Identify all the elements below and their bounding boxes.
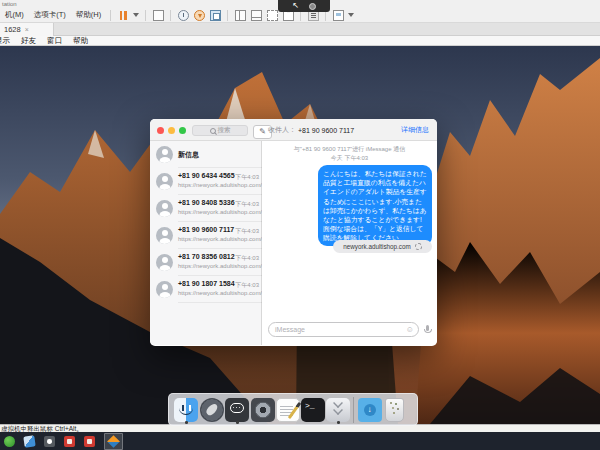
to-value: +81 90 9600 7117 [298,127,354,134]
messages-window: 搜索 ✎ 收件人： +81 90 9600 7117 详细信息 新信息 +81 … [150,119,437,346]
pause-dropdown-caret[interactable] [133,13,139,17]
tab-close-icon[interactable]: × [25,26,29,33]
conversation-title: +81 90 9600 7117 [178,226,234,233]
minimize-window-button[interactable] [168,127,175,134]
menu-help[interactable]: 帮助(H) [71,10,106,20]
conversation-time: 下午4:03 [235,200,259,209]
conversation-time: 下午4:03 [235,227,259,236]
details-link[interactable]: 详细信息 [401,125,429,135]
dock-system-preferences-icon[interactable] [251,398,275,422]
link-preview-bubble[interactable]: newyork.adultishop.com [333,240,432,253]
dock-launchpad-icon[interactable] [200,398,224,422]
favicon-spinner-icon [415,243,422,250]
windows-taskbar [0,432,600,450]
message-thread: 与"+81 90 9600 7117"进行 iMessage 通信 今天 下午4… [262,141,437,345]
toolbar-separator [227,10,228,21]
toolbar-separator [110,10,111,21]
message-input[interactable]: iMessage ☺ [268,322,419,337]
dock [168,393,418,426]
conversation-row[interactable]: +81 90 1807 1584 下午4:03 https://newyork.… [150,276,262,303]
thumbnail-bar-icon[interactable] [251,10,262,21]
message-input-placeholder: iMessage [275,326,305,333]
search-icon [210,128,216,134]
conversation-row[interactable]: +81 90 8408 5336 下午4:03 https://newyork.… [150,195,262,222]
cursor-icon[interactable]: ↖ [292,1,299,11]
avatar [156,254,173,271]
close-window-button[interactable] [157,127,164,134]
red-app-icon-1[interactable] [64,436,75,447]
blue-app-icon[interactable] [23,435,35,447]
zoom-window-button[interactable] [179,127,186,134]
microphone-icon[interactable] [423,325,431,335]
clock-snapshot-icon[interactable] [178,10,189,21]
link-text: newyork.adultishop.com [343,243,411,250]
avatar [156,281,173,298]
menu-vm[interactable]: 机(M) [0,10,29,20]
conversation-title: +81 90 1807 1584 [178,280,235,287]
snapshot-manager-icon[interactable] [210,10,221,21]
red-app-icon-2[interactable] [84,436,95,447]
search-placeholder: 搜索 [218,126,231,135]
record-icon[interactable] [309,3,316,10]
conversation-row-new[interactable]: 新信息 [150,141,262,168]
conversation-title: +81 90 8408 5336 [178,199,235,206]
conversation-title: 新信息 [178,150,199,160]
messages-toolbar: 搜索 ✎ 收件人： +81 90 9600 7117 详细信息 [150,119,437,141]
menu-tabs[interactable]: 选项卡(T) [29,10,71,20]
recipient-header: 收件人： +81 90 9600 7117 详细信息 [268,119,437,141]
outgoing-message-bubble: こんにちは、私たちは保証された品質と工場直販の利点を備えたハイエンドのアダルト製… [318,165,432,246]
display-dropdown-caret[interactable] [348,13,354,17]
dock-separator [353,397,354,423]
dock-messages-icon[interactable] [225,398,249,422]
avatar [156,227,173,244]
capture-toolbar[interactable]: ↖ [278,0,330,12]
revert-snapshot-icon[interactable] [194,10,205,21]
conversation-time: 下午4:03 [235,173,259,182]
conversation-preview: https://newyork.adultishop.com/ [178,290,262,296]
toolbar-separator [170,10,171,21]
conversation-preview: https://newyork.adultishop.com/ [178,182,262,188]
green-app-icon[interactable] [4,436,15,447]
conversation-time: 下午4:03 [235,254,259,263]
finder-running-indicator [185,421,188,424]
status-text: 虚拟机中释出鼠标 Ctrl+Alt。 [1,425,83,432]
avatar [156,173,173,190]
to-label: 收件人： [268,125,296,135]
conversation-time: 下午4:03 [235,281,259,290]
conversation-row[interactable]: +81 70 8356 0812 下午4:03 https://newyork.… [150,249,262,276]
vmware-tabbar: 1628 × [0,23,600,36]
mac-menu-window[interactable]: 窗口 [47,36,62,46]
apple-app-icon[interactable] [44,436,55,447]
dock-downloads-icon[interactable] [358,398,382,422]
installer-running-indicator [337,421,340,424]
fullscreen-icon[interactable] [267,10,278,21]
conversation-preview: https://newyork.adultishop.com/ [178,209,262,215]
row-divider [178,302,262,303]
conversation-title: +81 70 8356 0812 [178,253,235,260]
macos-menubar: 显示 好友 窗口 帮助 [0,36,600,46]
conversation-row[interactable]: +81 90 6434 4565 下午4:03 https://newyork.… [150,168,262,195]
display-settings-icon[interactable] [333,10,344,21]
mac-menu-help[interactable]: 帮助 [73,36,88,46]
emoji-icon[interactable]: ☺ [406,326,414,334]
dock-terminal-icon[interactable] [301,398,325,422]
toolbar-separator [145,10,146,21]
avatar [156,200,173,217]
conversation-preview: https://newyork.adultishop.com/ [178,263,262,269]
dock-trash-icon[interactable] [385,398,404,422]
dock-finder-icon[interactable] [174,398,198,422]
vmware-taskbar-icon[interactable] [104,433,123,450]
vmware-title-fragment: tation [2,1,17,7]
conversation-title: +81 90 6434 4565 [178,172,235,179]
vm-tab-1628[interactable]: 1628 × [0,23,54,36]
library-pane-icon[interactable] [235,10,246,21]
dock-textedit-icon[interactable] [276,398,300,422]
search-input[interactable]: 搜索 [192,125,248,136]
mac-menu-buddies[interactable]: 好友 [21,36,36,46]
avatar [156,146,173,163]
conversation-row-active[interactable]: +81 90 9600 7117 下午4:03 https://newyork.… [150,222,262,249]
pause-icon[interactable] [118,10,129,21]
dock-installer-icon[interactable] [326,398,350,422]
send-cad-icon[interactable] [153,10,164,21]
mac-menu-view[interactable]: 显示 [0,36,10,46]
